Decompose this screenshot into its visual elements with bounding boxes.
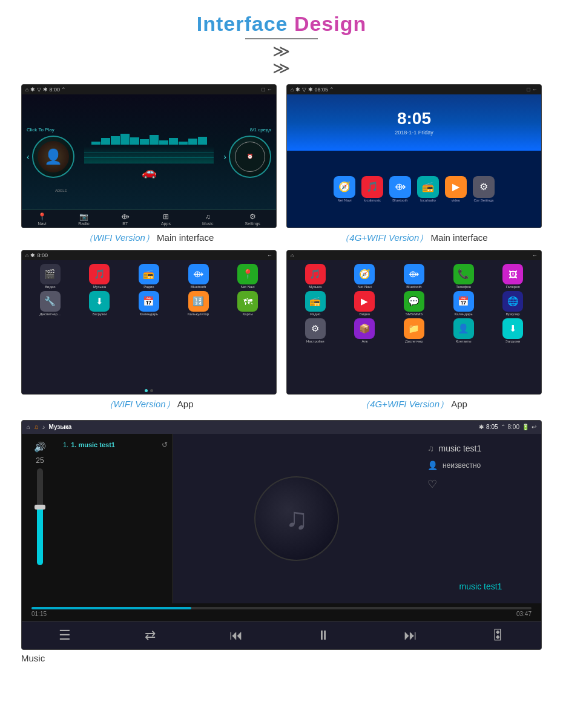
app-contacts-4g[interactable]: 👤Контакты [440, 318, 487, 343]
app-localmusic[interactable]: 🎵localmusic [360, 176, 385, 202]
bt-w-label: Bluetooth [191, 285, 206, 289]
clock-big: 8:05 [397, 109, 431, 128]
prev-arrow[interactable]: ‹ [27, 152, 30, 162]
app-browser-4g[interactable]: 🌐Браузер [489, 291, 536, 316]
app-video-4g[interactable]: ▶Видео [341, 291, 389, 316]
app-bt-4g[interactable]: ⟴Bluetooth [390, 264, 438, 289]
bt-nav-icon: ⟴ [121, 212, 130, 221]
app-net-navi[interactable]: 🧭Net Navi [332, 176, 357, 202]
bluetooth-icon: ⟴ [389, 176, 411, 198]
gallery-4g-icon: 🖼 [502, 264, 523, 284]
heart-icon[interactable]: ♡ [427, 477, 437, 491]
apk-4g-label: Апк [361, 339, 367, 343]
app-icons-row: 🧭Net Navi 🎵localmusic ⟴Bluetooth 📻localr… [332, 176, 496, 202]
app-maps-w[interactable]: 🗺Карты [224, 291, 271, 316]
nav-music[interactable]: ♫Music [202, 212, 213, 226]
playlist-item-1[interactable]: 1. 1. music test1 ↺ [63, 439, 168, 451]
calc-w-icon: 🔢 [188, 291, 209, 312]
pause-button[interactable]: ⏸ [317, 628, 330, 643]
repeat-icon: ↺ [162, 441, 168, 449]
calendar-w-label: Календарь [140, 312, 158, 316]
volume-slider[interactable] [37, 468, 43, 565]
browser-4g-icon: 🌐 [502, 291, 523, 312]
localradio-icon: 📻 [417, 176, 439, 198]
app-downloads-w[interactable]: ⬇Загрузки [76, 291, 123, 316]
next-button[interactable]: ⏭ [404, 628, 417, 643]
app-video[interactable]: ▶video [443, 176, 469, 202]
4g-apps-content: 🎵Музыка 🧭Net Navi ⟴Bluetooth 📞Телефон 🖼Г… [287, 260, 541, 393]
music-frame: ⌂ ♫ ♪ Музыка ✱ 8:05 ⌃ 8:00 🔋 ↩ 🔊 25 [21, 420, 542, 650]
4g-clock-display: 8:05 2018-1-1 Friday [287, 94, 541, 151]
video-icon: ▶ [445, 176, 467, 198]
app-apk-4g[interactable]: 📦Апк [341, 318, 389, 343]
nav-bt[interactable]: ⟴BT [121, 212, 130, 226]
radio-4g-icon: 📻 [305, 291, 326, 312]
track-number: 1. [63, 441, 68, 448]
controls-bar: ☰ ⇄ ⏮ ⏸ ⏭ 🎛 [22, 621, 541, 649]
app-music-4g[interactable]: 🎵Музыка [292, 264, 339, 289]
statusbar-left-4g: ⌂ ✱ ▽ ✱ 08:05 ⌃ [291, 87, 334, 93]
music-status-right: ✱ 8:05 ⌃ 8:00 🔋 ↩ [479, 424, 536, 430]
car-icon: 🚗 [142, 165, 157, 179]
app-music-w[interactable]: 🎵Музыка [76, 264, 123, 289]
app-settings-4g[interactable]: ⚙Настройки [292, 318, 339, 343]
wifi-dashboard-content: Click To Play 8/1 среда ‹ 👤 [22, 94, 276, 209]
track-name: 1. music test1 [71, 441, 115, 448]
app-bluetooth[interactable]: ⟴Bluetooth [387, 176, 413, 202]
app-video-w[interactable]: 🎬Видео [27, 264, 74, 289]
info-heart-row[interactable]: ♡ [427, 477, 534, 491]
app-filemanager-4g[interactable]: 📁Диспетчер [390, 318, 438, 343]
volume-thumb[interactable] [35, 505, 45, 510]
maps-w-label: Карты [243, 312, 253, 316]
apk-4g-icon: 📦 [354, 318, 375, 339]
gallery-4g-label: Галерея [506, 285, 520, 289]
back-music-icon: ↩ [532, 424, 536, 430]
nav-apps[interactable]: ⊞Apps [161, 212, 171, 226]
app-calendar-4g[interactable]: 📅Календарь [440, 291, 487, 316]
app-phone-4g[interactable]: 📞Телефон [440, 264, 487, 289]
app-sms-4g[interactable]: 💬SMS/MMS [390, 291, 438, 316]
music-title: Музыка [49, 424, 72, 430]
nav-navi[interactable]: 📍Navi [38, 212, 47, 226]
music-w-icon: 🎵 [89, 264, 110, 284]
app-gallery-4g[interactable]: 🖼Галерея [489, 264, 536, 289]
nav-radio[interactable]: 📷Radio [78, 212, 89, 226]
video-label: video [452, 198, 460, 202]
shuffle-button[interactable]: ⇄ [145, 628, 156, 643]
perspective-grid [84, 146, 214, 163]
next-arrow[interactable]: › [223, 152, 226, 162]
app-downloads-4g[interactable]: ⬇Загрузки [489, 318, 536, 343]
app-netnavi-4g[interactable]: 🧭Net Navi [341, 264, 389, 289]
nav-settings-label: Settings [245, 221, 260, 226]
statusbar-left: ⌂ ✱ ▽ ✱ 8:00 ⌃ [25, 87, 66, 93]
playlist-button[interactable]: ☰ [59, 628, 71, 643]
back-4ga: ← [532, 252, 538, 258]
home-icon: ⌂ [25, 87, 28, 93]
wifi-top-labels: Click To Play 8/1 среда [27, 127, 271, 133]
app-car-settings[interactable]: ⚙Car Settings [471, 176, 496, 202]
progress-track[interactable] [31, 607, 532, 609]
app-bt-w[interactable]: ⟴Bluetooth [175, 264, 222, 289]
app-radio-w[interactable]: 📻Радио [125, 264, 173, 289]
nav-settings[interactable]: ⚙Settings [245, 212, 260, 226]
home-icon-wa: ⌂ [25, 252, 28, 258]
app-localradio[interactable]: 📻localradio [415, 176, 441, 202]
nav-bt-label: BT [122, 221, 128, 226]
wifi-app-status-left: ⌂ ✱ 8:00 [25, 252, 48, 258]
bt-icon: ✱ [30, 87, 35, 93]
app-calendar-w[interactable]: 📅Календарь [125, 291, 173, 316]
prev-button[interactable]: ⏮ [229, 628, 243, 643]
app-radio-4g[interactable]: 📻Радио [292, 291, 339, 316]
calc-w-label: Калькулятор [188, 312, 209, 316]
signal-icon: ⌃ [501, 424, 505, 430]
volume-panel: 🔊 25 [22, 434, 58, 603]
app-netnavi-w[interactable]: 📍Net Navi [224, 264, 271, 289]
music-note-icon: ♫ [285, 501, 308, 536]
dispatcher-w-label: Диспетчер... [40, 312, 61, 316]
app-dispatcher-w[interactable]: 🔧Диспетчер... [27, 291, 74, 316]
app-calc-w[interactable]: 🔢Калькулятор [175, 291, 222, 316]
settings-icon: ⚙ [249, 212, 256, 221]
wifi-main-caption-text: Main interface [154, 232, 214, 243]
sms-4g-label: SMS/MMS [406, 312, 423, 316]
eq-button[interactable]: 🎛 [491, 628, 504, 643]
